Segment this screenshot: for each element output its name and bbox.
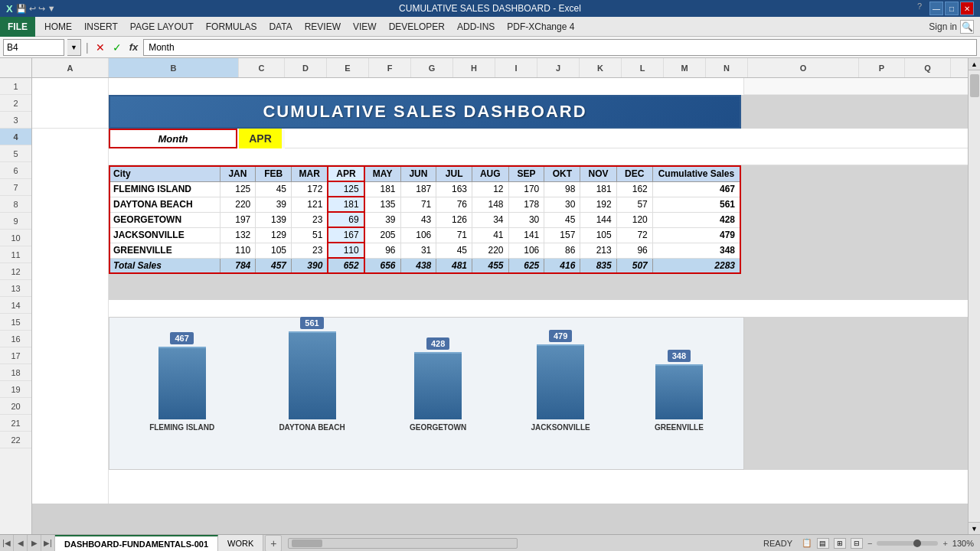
td-may-5: 96 — [364, 243, 400, 258]
td-total-feb: 457 — [256, 258, 292, 273]
td-may-1: 181 — [364, 181, 400, 197]
maximize-button[interactable]: □ — [945, 2, 959, 15]
td-aug-5: 220 — [472, 243, 508, 258]
td-okt-1: 98 — [544, 181, 580, 197]
col-h: H — [453, 58, 495, 77]
name-box[interactable]: B4 — [3, 39, 64, 56]
td-city-2: DAYTONA BEACH — [109, 197, 220, 212]
table-row: GREENVILLE 110 105 23 110 96 31 45 220 1… — [109, 243, 740, 258]
close-button[interactable]: ✕ — [960, 2, 974, 15]
tab-first-button[interactable]: |◀ — [0, 535, 14, 552]
td-jul-3: 126 — [436, 212, 472, 227]
cell-a4[interactable] — [32, 129, 109, 148]
td-jun-5: 31 — [400, 243, 436, 258]
cell-a1[interactable] — [32, 78, 109, 95]
name-box-dropdown[interactable]: ▼ — [67, 39, 81, 56]
menu-add-ins[interactable]: ADD-INS — [451, 19, 501, 34]
menu-view[interactable]: VIEW — [347, 19, 383, 34]
search-icon[interactable]: 🔍 — [960, 20, 974, 34]
grid-row-4: Month APR — [32, 129, 968, 148]
menu-home[interactable]: HOME — [38, 19, 78, 34]
cell-b1-span[interactable] — [109, 78, 744, 95]
bottom-middle — [282, 538, 763, 549]
td-may-2: 135 — [364, 197, 400, 212]
td-apr-3: 69 — [328, 212, 364, 227]
cell-a2[interactable] — [32, 95, 109, 129]
dashboard-title-text: CUMULATIVE SALES DASHBOARD — [263, 102, 586, 122]
menu-insert[interactable]: INSERT — [78, 19, 124, 34]
grid-row-1 — [32, 78, 968, 95]
sign-in-link[interactable]: Sign in — [929, 21, 957, 32]
scroll-track[interactable] — [969, 70, 980, 522]
td-total-jan: 784 — [220, 258, 256, 273]
zoom-plus[interactable]: + — [942, 539, 947, 548]
scroll-up-button[interactable]: ▲ — [969, 58, 980, 70]
menu-review[interactable]: REVIEW — [299, 19, 347, 34]
col-q: Q — [905, 58, 951, 77]
menu-developer[interactable]: DEVELOPER — [383, 19, 451, 34]
td-feb-4: 129 — [256, 227, 292, 243]
scroll-down-button[interactable]: ▼ — [969, 522, 980, 534]
row-19: 19 — [0, 381, 31, 398]
scroll-thumb[interactable] — [970, 74, 979, 97]
cell-c4[interactable]: APR — [239, 129, 285, 148]
formula-input[interactable] — [143, 39, 977, 56]
formula-cancel[interactable]: ✕ — [93, 41, 107, 54]
td-total-okt: 416 — [544, 258, 580, 273]
formula-confirm[interactable]: ✓ — [110, 41, 124, 54]
month-label: Month — [109, 129, 237, 148]
bar-3 — [414, 352, 462, 419]
horizontal-scrollbar[interactable] — [288, 538, 518, 549]
tab-dashboard[interactable]: DASHBOARD-FUNDAMENTALS-001 — [55, 535, 218, 552]
zoom-minus[interactable]: − — [867, 539, 872, 548]
tab-work[interactable]: WORK — [218, 535, 263, 552]
td-sep-4: 141 — [508, 227, 544, 243]
bar-label-1: 467 — [170, 332, 193, 344]
bar-city-3: GEORGETOWN — [410, 423, 466, 432]
minimize-button[interactable]: — — [929, 2, 943, 15]
td-nov-3: 144 — [580, 212, 616, 227]
page-layout-view-icon[interactable]: ⊞ — [834, 538, 846, 549]
td-dec-1: 162 — [616, 181, 652, 197]
zoom-thumb[interactable] — [913, 540, 921, 547]
vertical-scrollbar[interactable]: ▲ ▼ — [968, 58, 980, 534]
col-p: P — [859, 58, 905, 77]
th-okt: OKT — [544, 166, 580, 181]
row-15: 15 — [0, 314, 31, 331]
cell-a5[interactable] — [32, 148, 109, 165]
td-jul-5: 45 — [436, 243, 472, 258]
tab-prev-button[interactable]: ◀ — [14, 535, 28, 552]
cell-b4[interactable]: Month — [109, 129, 239, 148]
td-aug-4: 41 — [472, 227, 508, 243]
menu-page-layout[interactable]: PAGE LAYOUT — [124, 19, 200, 34]
row-22: 22 — [0, 432, 31, 448]
td-total-jul: 481 — [436, 258, 472, 273]
page-break-view-icon[interactable]: ⊟ — [851, 538, 863, 549]
table-row: JACKSONVILLE 132 129 51 167 205 106 71 4… — [109, 227, 740, 243]
row-18: 18 — [0, 364, 31, 381]
menu-data[interactable]: DATA — [263, 19, 298, 34]
zoom-slider[interactable] — [877, 541, 938, 546]
help-icon[interactable]: ? — [917, 2, 922, 15]
tab-next-button[interactable]: ▶ — [28, 535, 41, 552]
menu-pdf[interactable]: PDF-XChange 4 — [501, 19, 580, 34]
col-c: C — [239, 58, 285, 77]
td-aug-3: 34 — [472, 212, 508, 227]
col-k: K — [580, 58, 622, 77]
formula-fx[interactable]: fx — [127, 41, 141, 53]
menu-formulas[interactable]: FORMULAS — [200, 19, 263, 34]
zoom-level[interactable]: 130% — [952, 539, 974, 548]
td-may-3: 39 — [364, 212, 400, 227]
td-total-cum: 2283 — [652, 258, 740, 273]
window-controls[interactable]: ? — □ ✕ — [917, 2, 974, 15]
file-menu[interactable]: FILE — [0, 17, 35, 37]
row-9: 9 — [0, 213, 31, 230]
th-cumulative: Cumulative Sales — [652, 166, 740, 181]
add-sheet-button[interactable]: + — [265, 535, 282, 552]
td-total-aug: 455 — [472, 258, 508, 273]
bar-label-5: 348 — [668, 350, 691, 362]
normal-view-icon[interactable]: ▤ — [817, 538, 829, 549]
tab-last-button[interactable]: ▶| — [41, 535, 55, 552]
td-jun-1: 187 — [400, 181, 436, 197]
h-scroll-thumb[interactable] — [292, 540, 322, 547]
